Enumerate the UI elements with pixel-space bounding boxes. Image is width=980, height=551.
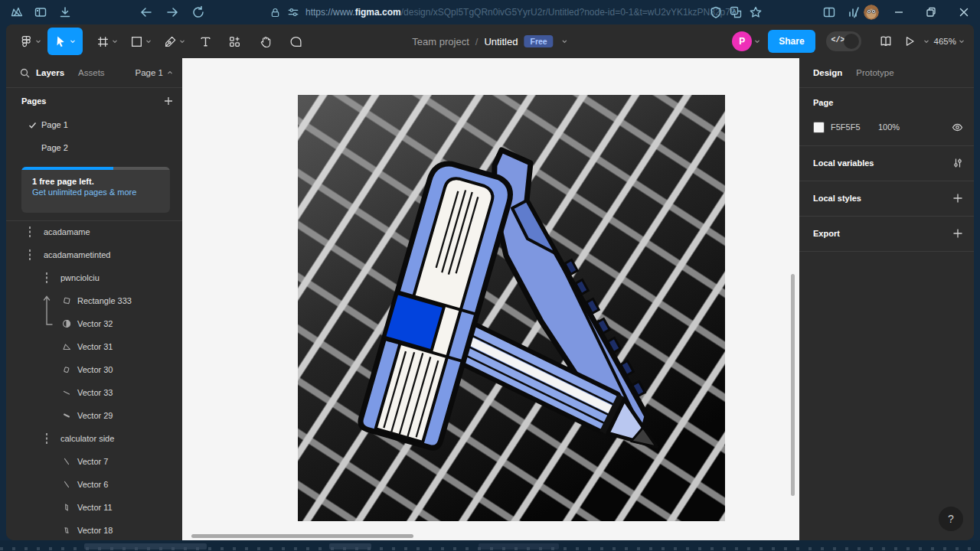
browser-logo-icon[interactable]	[10, 5, 24, 19]
page-item-2[interactable]: Page 2	[6, 136, 182, 159]
taskbar-hint-block	[84, 543, 207, 549]
breadcrumb[interactable]: Team project	[412, 36, 469, 47]
hand-tool-button[interactable]	[250, 28, 280, 55]
text-tool-button[interactable]	[191, 28, 219, 55]
layer-row[interactable]: Vector 30	[6, 358, 182, 381]
layer-row[interactable]: acadamametinted	[6, 243, 182, 266]
forward-icon[interactable]	[165, 5, 179, 19]
layer-tree: acadamame acadamametinted pwnciolciu Rec…	[6, 220, 182, 540]
banner-upgrade-link[interactable]: Get unlimited pages & more	[32, 187, 170, 197]
frame-tool-button[interactable]	[90, 28, 124, 55]
lock-icon	[270, 7, 281, 18]
reload-icon[interactable]	[191, 5, 205, 19]
taskbar-hint-block	[329, 543, 371, 549]
add-page-icon[interactable]	[164, 96, 173, 106]
translate-icon[interactable]: A	[729, 5, 743, 19]
local-styles-section[interactable]: Local styles	[799, 181, 974, 216]
help-button[interactable]: ?	[939, 507, 963, 531]
pen-tool-button[interactable]	[158, 28, 191, 55]
document-title[interactable]: Untitled	[484, 36, 518, 47]
actions-tool-button[interactable]	[219, 28, 250, 55]
local-variables-section[interactable]: Local variables	[799, 145, 974, 181]
page-item-1[interactable]: Page 1	[6, 113, 182, 136]
export-section[interactable]: Export	[799, 216, 974, 251]
chevron-down-icon[interactable]	[754, 38, 760, 44]
color-swatch[interactable]	[813, 122, 825, 133]
comment-tool-button[interactable]	[280, 28, 311, 55]
add-style-icon[interactable]	[952, 193, 963, 204]
chevron-down-icon[interactable]	[959, 38, 965, 44]
present-play-icon[interactable]	[903, 34, 916, 48]
chevron-down-icon[interactable]	[923, 38, 929, 44]
canvas-horizontal-scrollbar[interactable]	[191, 534, 413, 538]
layer-row[interactable]: Vector 11	[6, 496, 182, 519]
layer-row[interactable]: Vector 18	[6, 519, 182, 540]
plan-badge: Free	[524, 35, 553, 47]
shape-tool-button[interactable]	[124, 28, 158, 55]
layer-row[interactable]: calculator side	[6, 427, 182, 450]
canvas-vertical-scrollbar[interactable]	[791, 274, 795, 496]
text-icon	[199, 35, 212, 48]
svg-text:A: A	[732, 8, 736, 15]
tab-assets[interactable]: Assets	[78, 68, 105, 77]
layer-row[interactable]: acadamame	[6, 220, 182, 243]
chevron-down-icon[interactable]	[112, 38, 118, 44]
chevron-down-icon[interactable]	[70, 38, 76, 44]
sidebar-toggle-icon[interactable]	[34, 5, 47, 19]
color-hex-value[interactable]: F5F5F5	[831, 122, 878, 132]
upgrade-banner: 1 free page left. Get unlimited pages & …	[21, 167, 170, 213]
visibility-eye-icon[interactable]	[952, 122, 963, 133]
chevron-down-icon[interactable]	[562, 38, 568, 44]
variables-icon[interactable]	[952, 158, 963, 168]
back-icon[interactable]	[139, 5, 153, 19]
rectangle-layer-icon	[62, 365, 71, 374]
move-tool-button[interactable]	[47, 28, 83, 55]
browser-toolbar: https://www.figma.com/design/xSQpl5TgQRn…	[0, 0, 980, 24]
zoom-level[interactable]: 465%	[934, 37, 956, 46]
split-view-icon[interactable]	[822, 5, 836, 19]
design-canvas[interactable]	[182, 58, 799, 540]
components-icon	[228, 35, 241, 48]
download-icon[interactable]	[58, 5, 72, 19]
artwork-letter-a[interactable]	[298, 95, 725, 521]
properties-panel: Design Prototype Page F5F5F5 100% Local …	[799, 58, 974, 540]
main-menu-button[interactable]	[14, 28, 47, 55]
library-book-icon[interactable]	[879, 34, 893, 48]
breadcrumb-separator: /	[475, 36, 479, 47]
page-selector[interactable]: Page 1	[136, 68, 173, 77]
tab-layers[interactable]: Layers	[36, 68, 64, 77]
layer-row[interactable]: pwnciolciu	[6, 266, 182, 289]
add-export-icon[interactable]	[952, 228, 963, 239]
site-settings-icon[interactable]	[287, 6, 299, 18]
dev-mode-toggle[interactable]: </>	[826, 31, 861, 51]
vector-layer-icon	[62, 503, 71, 512]
cursor-icon	[54, 35, 67, 48]
close-icon[interactable]	[957, 5, 971, 19]
toggle-knob	[844, 34, 859, 49]
page-quota-progress	[21, 167, 170, 170]
layer-row[interactable]: Vector 29	[6, 404, 182, 427]
line-layer-icon	[62, 457, 71, 466]
opacity-value[interactable]: 100%	[878, 122, 900, 132]
layer-row[interactable]: Vector 31	[6, 335, 182, 358]
layer-row[interactable]: Rectangle 333	[6, 289, 182, 312]
tab-design[interactable]: Design	[813, 68, 842, 77]
performance-icon[interactable]	[847, 5, 861, 19]
share-button[interactable]: Share	[768, 30, 815, 53]
shield-icon[interactable]	[709, 5, 723, 19]
address-bar[interactable]: https://www.figma.com/design/xSQpl5TgQRn…	[270, 0, 734, 24]
bookmark-star-icon[interactable]	[749, 5, 763, 19]
layer-row[interactable]: Vector 33	[6, 381, 182, 404]
tab-prototype[interactable]: Prototype	[856, 68, 893, 77]
restore-icon[interactable]	[924, 5, 938, 19]
layer-row[interactable]: Vector 32	[6, 312, 182, 335]
minimize-icon[interactable]	[892, 5, 906, 19]
search-icon[interactable]	[20, 68, 30, 78]
user-avatar[interactable]: P	[732, 31, 752, 51]
chevron-down-icon[interactable]	[145, 38, 152, 44]
chevron-down-icon[interactable]	[179, 38, 185, 44]
layer-row[interactable]: Vector 6	[6, 473, 182, 496]
layer-row[interactable]: Vector 7	[6, 450, 182, 473]
profile-avatar[interactable]	[864, 5, 879, 20]
layers-panel: Layers Assets Page 1 Pages Page 1	[6, 58, 182, 540]
